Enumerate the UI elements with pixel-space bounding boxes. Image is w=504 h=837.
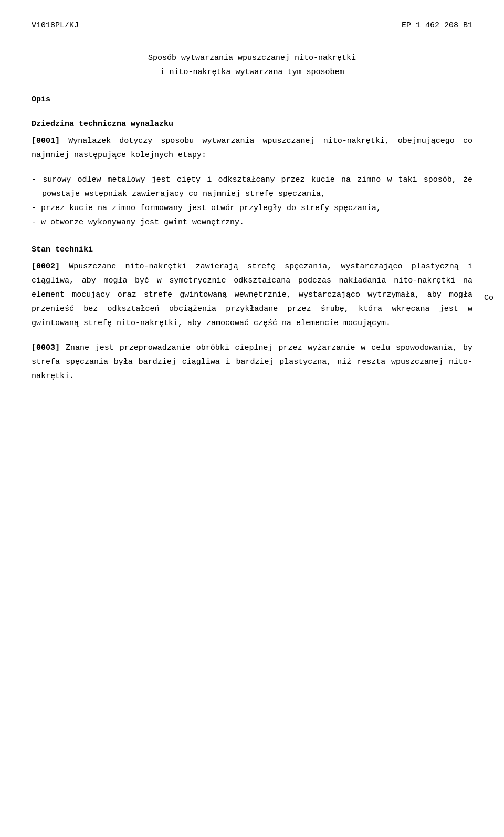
- tag-0001: [0001]: [32, 137, 60, 145]
- header-left: V1018PL/KJ: [32, 21, 79, 30]
- text-0003-body: Znane jest przeprowadzanie obróbki ciepl…: [32, 343, 472, 381]
- title-line2: i nito-nakrętka wytwarzana tym sposobem: [32, 65, 472, 79]
- dziedzina-heading: Dziedzina techniczna wynalazku: [32, 120, 472, 129]
- list-item-2: - przez kucie na zimno formowany jest ot…: [32, 201, 472, 215]
- list-item-3: - w otworze wykonywany jest gwint wewnęt…: [32, 215, 472, 229]
- list-item-1: - surowy odlew metalowy jest cięty i odk…: [32, 173, 472, 201]
- tag-0003: [0003]: [32, 343, 60, 352]
- header-right: EP 1 462 208 B1: [402, 21, 472, 30]
- text-0001-content: Wynalazek dotyczy sposobu wytwarzania wp…: [32, 137, 472, 160]
- title-line1: Sposób wytwarzania wpuszczanej nito-nakr…: [32, 51, 472, 65]
- opis-label: Opis: [32, 95, 50, 104]
- stan-heading: Stan techniki: [32, 245, 472, 254]
- tag-0002: [0002]: [32, 262, 60, 271]
- corner-mark: Co: [484, 294, 494, 302]
- text-0002-body: Wpuszczane nito-nakrętki zawierają stref…: [32, 262, 472, 328]
